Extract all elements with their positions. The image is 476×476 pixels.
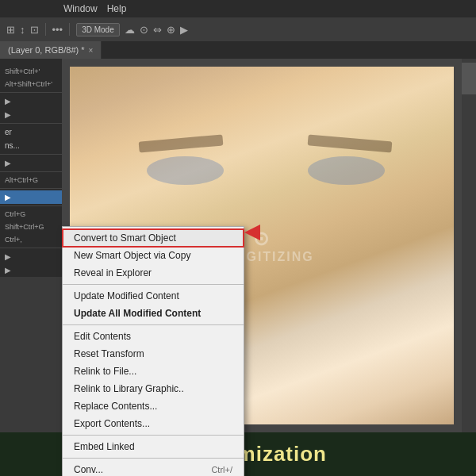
left-shortcut-shiftctrlg: Shift+Ctrl+G	[5, 223, 44, 231]
toolbar-icon-video: ▶	[180, 24, 188, 36]
left-sep-1	[0, 92, 62, 93]
submenu-item-relink-library[interactable]: Relink to Library Graphic..	[63, 380, 244, 397]
left-panel-item-7[interactable]: ▶	[0, 156, 62, 170]
submenu-label-edit-contents: Edit Contents	[74, 331, 131, 342]
toolbar-icon-ellipsis: •••	[52, 24, 63, 36]
toolbar-divider-1	[45, 23, 46, 36]
submenu-item-reveal-explorer[interactable]: Reveal in Explorer	[63, 264, 244, 282]
left-sep-5	[0, 188, 62, 189]
menu-help[interactable]: Help	[107, 3, 127, 14]
tab-label: (Layer 0, RGB/8#) *	[8, 45, 85, 55]
toolbar-icon-arrange: ⇔	[153, 24, 162, 36]
submenu-item-relink-file[interactable]: Relink to File...	[63, 363, 244, 380]
submenu-sep-4	[63, 458, 244, 459]
submenu-sep-1	[63, 284, 244, 285]
screenshot-container: Window Help ⊞ ↕ ⊡ ••• 3D Mode ☁ ⊙ ⇔ ⊕ ▶ …	[0, 0, 476, 476]
left-sep-2	[0, 123, 62, 124]
toolbar-icon-view: ⊙	[140, 24, 148, 36]
left-panel-item-2[interactable]: Alt+Shift+Ctrl+'	[0, 78, 62, 90]
left-arrow-arr2: ▶	[5, 266, 11, 274]
submenu-item-export-contents[interactable]: Export Contents...	[63, 415, 244, 432]
submenu-label-new-smart-copy: New Smart Object via Copy	[74, 250, 190, 261]
left-panel-item-3[interactable]: ▶	[0, 94, 62, 108]
left-label-er: er	[5, 128, 12, 136]
left-shortcut-altctrlg: Alt+Ctrl+G	[5, 176, 38, 184]
submenu-shortcut-conv: Ctrl+/	[211, 465, 232, 474]
left-panel-item-1[interactable]: Shift+Ctrl+'	[0, 65, 62, 78]
menu-window[interactable]: Window	[63, 3, 98, 14]
submenu-item-embed-linked[interactable]: Embed Linked	[63, 438, 244, 455]
left-panel-item-altctrlg[interactable]: Alt+Ctrl+G	[0, 174, 62, 186]
toolbar-divider-2	[69, 23, 70, 36]
left-sep-4	[0, 171, 62, 172]
submenu-item-update-all[interactable]: Update All Modified Content	[63, 305, 244, 322]
scrollbar-handle[interactable]	[462, 63, 476, 94]
left-arrow-4: ▶	[5, 110, 11, 119]
left-sep-7	[0, 248, 62, 248]
left-label-active: ▶	[5, 193, 11, 202]
submenu-item-convert-smart[interactable]: Convert to Smart Object	[63, 229, 244, 247]
submenu-item-reset-transform[interactable]: Reset Transform	[63, 345, 244, 363]
submenu-sep-3	[63, 435, 244, 436]
left-panel-item-ns[interactable]: ns...	[0, 139, 62, 152]
left-shortcut-ctrlcomma: Ctrl+,	[5, 236, 22, 244]
red-arrow-indicator	[244, 225, 260, 240]
tab-close-button[interactable]: ×	[89, 46, 94, 55]
toolbar-icon-2: ↕	[20, 24, 25, 36]
tab-layer0[interactable]: (Layer 0, RGB/8#) * ×	[0, 41, 102, 59]
left-panel-item-4[interactable]: ▶	[0, 108, 62, 121]
left-arrow-3: ▶	[5, 97, 11, 106]
toolbar-3d-mode[interactable]: 3D Mode	[76, 23, 120, 36]
submenu: Convert to Smart Object New Smart Object…	[62, 226, 244, 476]
left-panel-item-arr2[interactable]: ▶	[0, 263, 62, 277]
left-panel-item-active[interactable]: ▶	[0, 190, 62, 204]
left-panel-item-arr1[interactable]: ▶	[0, 250, 62, 263]
left-arrow-arr1: ▶	[5, 252, 11, 261]
left-shortcut-1: Shift+Ctrl+'	[5, 67, 40, 75]
left-label-ns: ns...	[5, 141, 20, 150]
toolbar-icon-camera: ⊕	[167, 24, 175, 36]
top-menubar: Window Help	[0, 0, 476, 17]
tabbar: (Layer 0, RGB/8#) * ×	[0, 41, 476, 59]
left-panel-item-ctrlg[interactable]: Ctrl+G	[0, 208, 62, 221]
right-scrollbar[interactable]	[462, 59, 476, 432]
left-sep-3	[0, 154, 62, 155]
left-shortcut-2: Alt+Shift+Ctrl+'	[5, 80, 52, 88]
submenu-label-embed-linked: Embed Linked	[74, 441, 135, 452]
toolbar: ⊞ ↕ ⊡ ••• 3D Mode ☁ ⊙ ⇔ ⊕ ▶	[0, 17, 476, 41]
left-arrow-7: ▶	[5, 159, 11, 167]
submenu-item-new-smart-copy[interactable]: New Smart Object via Copy	[63, 247, 244, 264]
left-panel-menu: Shift+Ctrl+' Alt+Shift+Ctrl+' ▶ ▶ er ns.…	[0, 59, 62, 277]
submenu-label-conv: Conv...	[74, 464, 103, 475]
toolbar-icon-cloud: ☁	[125, 24, 135, 36]
left-panel-item-ctrlcomma[interactable]: Ctrl+,	[0, 233, 62, 246]
red-arrow-left	[244, 225, 260, 240]
left-sep-6	[0, 205, 62, 206]
submenu-item-conv[interactable]: Conv... Ctrl+/	[63, 461, 244, 476]
submenu-label-replace-contents: Replace Contents...	[74, 401, 157, 412]
left-shortcut-ctrlg: Ctrl+G	[5, 210, 25, 218]
submenu-item-replace-contents[interactable]: Replace Contents...	[63, 397, 244, 415]
submenu-item-update-modified[interactable]: Update Modified Content	[63, 287, 244, 305]
submenu-label-reveal-explorer: Reveal in Explorer	[74, 267, 152, 278]
submenu-sep-2	[63, 324, 244, 325]
toolbar-icon-3: ⊡	[30, 24, 39, 36]
submenu-label-update-all: Update All Modified Content	[74, 308, 201, 319]
toolbar-icon-1: ⊞	[6, 24, 15, 36]
submenu-label-update-modified: Update Modified Content	[74, 290, 179, 301]
submenu-label-convert-smart: Convert to Smart Object	[74, 232, 176, 244]
submenu-label-relink-file: Relink to File...	[74, 366, 136, 377]
submenu-label-relink-library: Relink to Library Graphic..	[74, 383, 184, 394]
submenu-item-edit-contents[interactable]: Edit Contents	[63, 328, 244, 345]
left-panel-item-shiftctrlg[interactable]: Shift+Ctrl+G	[0, 221, 62, 233]
left-panel-item-er[interactable]: er	[0, 125, 62, 139]
submenu-label-export-contents: Export Contents...	[74, 418, 150, 429]
submenu-label-reset-transform: Reset Transform	[74, 348, 144, 359]
